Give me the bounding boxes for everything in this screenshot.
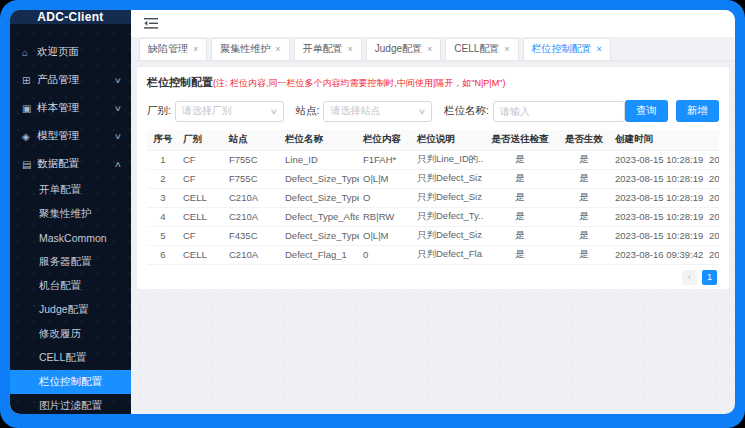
close-icon[interactable]: × [427, 44, 432, 54]
chevron-down-icon: ∨ [269, 107, 278, 116]
chevron-down-icon: ∨ [114, 104, 122, 113]
table-cell: CELL [179, 245, 225, 264]
app-window: ADC-Client ⌂欢迎页面⊞产品管理∨▣样本管理∨◈模型管理∨▤数据配置∧… [10, 10, 735, 414]
tab-Judge配置[interactable]: Judge配置× [366, 38, 442, 60]
table-cell: CF [179, 169, 225, 188]
chevron-up-icon: ∧ [114, 160, 122, 169]
close-icon[interactable]: × [348, 44, 353, 54]
data-icon: ▤ [22, 159, 37, 170]
sidebar-subitem-开单配置[interactable]: 开单配置 [10, 178, 131, 202]
close-icon[interactable]: × [504, 44, 509, 54]
table-row: 1CFF755CLine_IDF1FAH*只判Line_ID的...是是2023… [147, 150, 719, 169]
table-cell: O|L|M [359, 169, 413, 188]
sidebar-subitem-CELL配置[interactable]: CELL配置 [10, 346, 131, 370]
table-body: 1CFF755CLine_IDF1FAH*只判Line_ID的...是是2023… [147, 150, 719, 264]
table-cell: 是 [557, 226, 611, 245]
sidebar-subitem-服务器配置[interactable]: 服务器配置 [10, 250, 131, 274]
table-cell: 2023- [705, 188, 719, 207]
sidebar-item-数据配置[interactable]: ▤数据配置∧ [10, 150, 131, 178]
station-placeholder: 请选择站点 [330, 104, 419, 118]
sidebar-item-欢迎页面[interactable]: ⌂欢迎页面 [10, 38, 131, 66]
table-cell: 2023-08-15 10:28:19 [611, 226, 705, 245]
tab-label: 开单配置 [303, 42, 343, 56]
table-cell: 2023- [705, 150, 719, 169]
sidebar-item-label: 数据配置 [37, 157, 115, 171]
table-cell: 是 [483, 188, 557, 207]
field-name-input[interactable] [493, 101, 625, 122]
sidebar: ADC-Client ⌂欢迎页面⊞产品管理∨▣样本管理∨◈模型管理∨▤数据配置∧… [10, 10, 131, 414]
sidebar-subitem-机台配置[interactable]: 机台配置 [10, 274, 131, 298]
table-cell: 2023- [705, 245, 719, 264]
table-row: 5CFF435CDefect_Size_TypeO|L|M只判Defect_Si… [147, 226, 719, 245]
table-cell: 是 [557, 245, 611, 264]
table-header-row: 序号厂别站点栏位名称栏位内容栏位说明是否送往检查是否生效创建时间 [147, 130, 719, 150]
factory-placeholder: 请选择厂别 [182, 104, 271, 118]
sidebar-subnav: 开单配置聚集性维护MaskCommon服务器配置机台配置Judge配置修改履历C… [10, 178, 131, 414]
table-cell: 3 [147, 188, 179, 207]
close-icon[interactable]: × [597, 44, 602, 54]
sidebar-subitem-Judge配置[interactable]: Judge配置 [10, 298, 131, 322]
home-icon: ⌂ [22, 47, 37, 58]
table-row: 6CELLC210ADefect_Flag_10只判Defect_Fla...是… [147, 245, 719, 264]
appstore-icon: ⊞ [22, 75, 37, 86]
panel-note: (注: 栏位内容,同一栏位多个内容均需要控制时,中间使用|隔开，如"N|P|M"… [213, 78, 505, 88]
add-button[interactable]: 新增 [676, 100, 719, 122]
tab-label: CELL配置 [454, 42, 499, 56]
table-cell: 只判Defect_Fla... [413, 245, 483, 264]
table-cell: 是 [483, 245, 557, 264]
table-cell: 只判Defect_Siz... [413, 188, 483, 207]
tab-栏位控制配置[interactable]: 栏位控制配置× [523, 38, 611, 60]
tab-label: 缺陷管理 [148, 42, 188, 56]
column-header: 是否生效 [557, 130, 611, 150]
factory-label: 厂别: [147, 104, 171, 118]
table-container: 序号厂别站点栏位名称栏位内容栏位说明是否送往检查是否生效创建时间 1CFF755… [147, 130, 719, 265]
tab-聚集性维护[interactable]: 聚集性维护× [211, 38, 289, 60]
table-cell: Defect_Flag_1 [281, 245, 359, 264]
factory-select[interactable]: 请选择厂别 ∨ [175, 101, 284, 122]
table-cell: 2023-08-15 10:28:19 [611, 169, 705, 188]
table-cell: 2023-08-16 09:39:42 [611, 245, 705, 264]
tab-CELL配置[interactable]: CELL配置× [445, 38, 518, 60]
sidebar-item-样本管理[interactable]: ▣样本管理∨ [10, 94, 131, 122]
table-cell: CF [179, 150, 225, 169]
prev-page-button[interactable]: ‹ [682, 270, 697, 285]
sidebar-subitem-栏位控制配置[interactable]: 栏位控制配置 [10, 370, 131, 394]
sidebar-subitem-图片过滤配置[interactable]: 图片过滤配置 [10, 394, 131, 414]
table-cell: 只判Defect_Siz... [413, 169, 483, 188]
table-cell: F1FAH* [359, 150, 413, 169]
sidebar-item-label: 欢迎页面 [37, 45, 121, 59]
table-cell: CF [179, 226, 225, 245]
column-header: 栏位内容 [359, 130, 413, 150]
column-header: 序号 [147, 130, 179, 150]
station-label: 站点: [296, 104, 320, 118]
table-cell: 2023- [705, 169, 719, 188]
filter-bar: 厂别: 请选择厂别 ∨ 站点: 请选择站点 ∨ 栏位名称: [147, 100, 719, 122]
tab-label: 聚集性维护 [220, 42, 270, 56]
table-cell: 是 [483, 226, 557, 245]
table-cell: 只判Defect_Siz... [413, 226, 483, 245]
tab-缺陷管理[interactable]: 缺陷管理× [139, 38, 207, 60]
sidebar-subitem-修改履历[interactable]: 修改履历 [10, 322, 131, 346]
chevron-down-icon: ∨ [114, 76, 122, 85]
table-cell: 是 [557, 207, 611, 226]
close-icon[interactable]: × [275, 44, 280, 54]
table-cell: 4 [147, 207, 179, 226]
close-icon[interactable]: × [193, 44, 198, 54]
menu-fold-icon[interactable] [144, 17, 160, 31]
search-button[interactable]: 查询 [625, 100, 668, 122]
tab-bar: 缺陷管理×聚集性维护×开单配置×Judge配置×CELL配置×栏位控制配置× [131, 37, 735, 61]
sidebar-subitem-MaskCommon[interactable]: MaskCommon [10, 226, 131, 250]
table-cell: 2023-08-15 10:28:19 [611, 207, 705, 226]
table-cell: CELL [179, 188, 225, 207]
table-cell: Defect_Size_Type [281, 188, 359, 207]
station-select[interactable]: 请选择站点 ∨ [323, 101, 432, 122]
table-cell: 6 [147, 245, 179, 264]
sidebar-item-label: 样本管理 [37, 101, 115, 115]
sidebar-item-产品管理[interactable]: ⊞产品管理∨ [10, 66, 131, 94]
tab-开单配置[interactable]: 开单配置× [294, 38, 362, 60]
sidebar-subitem-聚集性维护[interactable]: 聚集性维护 [10, 202, 131, 226]
table-cell: 2023- [705, 207, 719, 226]
sidebar-item-模型管理[interactable]: ◈模型管理∨ [10, 122, 131, 150]
sidebar-item-label: 产品管理 [37, 73, 115, 87]
page-1-button[interactable]: 1 [702, 270, 717, 285]
